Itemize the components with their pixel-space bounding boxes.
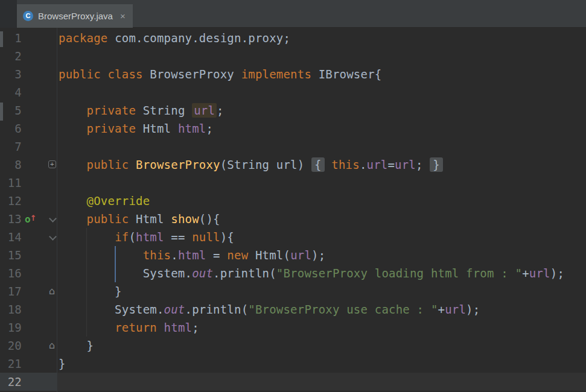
code-text[interactable]: public BrowserProxy(String url) { this.u… xyxy=(59,156,586,174)
code-line[interactable]: 21} xyxy=(0,355,586,373)
line-number[interactable]: 13 xyxy=(0,210,22,228)
code-text[interactable]: } xyxy=(59,355,586,373)
line-number[interactable]: 11 xyxy=(0,174,22,192)
code-text[interactable]: private String url; xyxy=(59,101,586,119)
code-text[interactable]: System.out.println("BrowserProxy loading… xyxy=(59,264,586,282)
code-token: (){ xyxy=(199,212,220,226)
code-line[interactable]: 2 xyxy=(0,47,586,65)
code-token: (String url) xyxy=(220,158,311,171)
code-text[interactable]: } xyxy=(59,282,586,300)
override-icon[interactable] xyxy=(25,210,37,228)
code-text[interactable]: private Html html; xyxy=(59,119,586,138)
line-number[interactable]: 6 xyxy=(0,119,22,138)
code-text[interactable]: System.out.println("BrowserProxy use cac… xyxy=(59,300,586,318)
code-token: out xyxy=(192,267,213,280)
code-line[interactable]: 20 } xyxy=(0,337,586,355)
code-token: = xyxy=(206,248,227,262)
code-line[interactable]: 18 System.out.println("BrowserProxy use … xyxy=(0,300,586,318)
code-text[interactable]: if(html == null){ xyxy=(59,228,586,246)
code-token: } xyxy=(59,339,94,352)
ide-window: C BrowserProxy.java × 1package com.compa… xyxy=(0,0,586,392)
gutter-icon-area xyxy=(22,156,59,174)
line-number[interactable]: 2 xyxy=(0,47,22,65)
code-token: { xyxy=(311,157,325,172)
code-line[interactable]: 22 xyxy=(0,373,586,391)
line-number[interactable]: 12 xyxy=(0,192,22,210)
code-line[interactable]: 4 xyxy=(0,83,586,101)
gutter-icon-area xyxy=(22,355,59,373)
code-token: html xyxy=(178,248,206,262)
code-token: @Override xyxy=(87,194,150,207)
code-token: String xyxy=(143,104,192,117)
code-token: . xyxy=(171,248,178,262)
line-number[interactable]: 22 xyxy=(0,373,22,391)
code-text[interactable]: package com.company.design.proxy; xyxy=(59,29,586,47)
code-token: ; xyxy=(192,321,199,334)
code-token: url xyxy=(367,158,388,171)
line-number[interactable]: 4 xyxy=(0,83,22,101)
code-text[interactable]: this.html = new Html(url); xyxy=(59,246,586,264)
gutter-icon-area xyxy=(22,83,59,101)
code-token: implements xyxy=(241,68,319,81)
code-token: "BrowserProxy loading html from : " xyxy=(276,267,522,280)
code-token: = xyxy=(387,158,395,171)
code-line[interactable]: 13 public Html show(){ xyxy=(0,210,586,228)
code-text[interactable]: } xyxy=(59,337,586,355)
code-text[interactable]: @Override xyxy=(59,192,586,210)
line-number[interactable]: 3 xyxy=(0,65,22,83)
line-number[interactable]: 16 xyxy=(0,264,22,282)
code-line[interactable]: 19 return html; xyxy=(0,318,586,337)
code-line[interactable]: 1package com.company.design.proxy; xyxy=(0,29,586,47)
code-text[interactable] xyxy=(59,174,586,192)
gutter-icon-area xyxy=(22,246,59,264)
gutter-icon-area xyxy=(22,138,59,156)
code-token: ); xyxy=(311,248,325,262)
code-line[interactable]: 16 System.out.println("BrowserProxy load… xyxy=(0,264,586,282)
code-token: . xyxy=(360,158,367,171)
code-text[interactable]: return html; xyxy=(59,318,586,337)
line-number[interactable]: 21 xyxy=(0,355,22,373)
fold-up-icon[interactable] xyxy=(49,282,55,300)
code-line[interactable]: 14 if(html == null){ xyxy=(0,228,586,246)
line-number[interactable]: 1 xyxy=(0,29,22,47)
code-text[interactable] xyxy=(59,83,586,101)
code-text[interactable]: public class BrowserProxy implements IBr… xyxy=(59,65,586,83)
gutter-icon-area xyxy=(22,29,59,47)
fold-expand-icon[interactable] xyxy=(48,160,56,168)
line-number[interactable]: 5 xyxy=(0,101,22,119)
tab-bar-empty-space xyxy=(133,0,586,27)
code-token: html xyxy=(178,122,206,135)
line-number[interactable]: 17 xyxy=(0,282,22,300)
code-token: + xyxy=(438,303,445,316)
code-text[interactable] xyxy=(59,138,586,156)
line-number[interactable]: 19 xyxy=(0,318,22,337)
code-line[interactable]: 12 @Override xyxy=(0,192,586,210)
code-line[interactable]: 7 xyxy=(0,138,586,156)
fold-up-icon[interactable] xyxy=(49,337,55,355)
code-line[interactable]: 15 this.html = new Html(url); xyxy=(0,246,586,264)
code-line[interactable]: 3public class BrowserProxy implements IB… xyxy=(0,65,586,83)
code-text[interactable]: public Html show(){ xyxy=(59,210,586,228)
line-number[interactable]: 20 xyxy=(0,337,22,355)
code-token: ; xyxy=(206,122,213,135)
code-line[interactable]: 8 public BrowserProxy(String url) { this… xyxy=(0,156,586,174)
code-text[interactable] xyxy=(59,47,586,65)
code-line[interactable]: 6 private Html html; xyxy=(0,119,586,138)
line-number[interactable]: 15 xyxy=(0,246,22,264)
code-line[interactable]: 11 xyxy=(0,174,586,192)
fold-down-icon[interactable] xyxy=(49,215,57,223)
code-token: .println( xyxy=(185,303,249,316)
line-number[interactable]: 14 xyxy=(0,228,22,246)
tab-close-icon[interactable]: × xyxy=(120,11,126,21)
code-token xyxy=(59,158,87,171)
code-line[interactable]: 5 private String url; xyxy=(0,101,586,119)
code-editor[interactable]: 1package com.company.design.proxy;23publ… xyxy=(0,28,586,392)
editor-tab-browserproxy[interactable]: C BrowserProxy.java × xyxy=(17,4,133,28)
line-number[interactable]: 7 xyxy=(0,138,22,156)
code-text[interactable] xyxy=(59,373,586,391)
fold-down-icon[interactable] xyxy=(49,233,57,241)
code-token: ); xyxy=(466,303,480,316)
code-line[interactable]: 17 } xyxy=(0,282,586,300)
line-number[interactable]: 8 xyxy=(0,156,22,174)
line-number[interactable]: 18 xyxy=(0,300,22,318)
